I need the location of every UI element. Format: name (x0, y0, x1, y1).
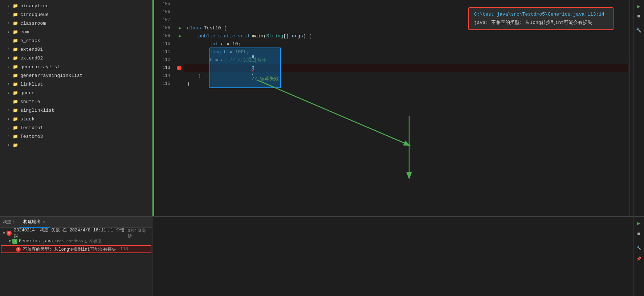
sidebar-item-shuffle[interactable]: › 📁 shuffle (0, 97, 152, 106)
indent-109 (187, 33, 198, 39)
code-line-113: a = b ; // 编译失败 (184, 64, 628, 72)
bottom-section: 构建： 构建输出 × ▼ ✕ 20240214: 构建 失败 在 2024/4/… (0, 216, 644, 296)
right-scrollbar[interactable] (628, 0, 633, 216)
error-gutter-113: ! (176, 64, 184, 72)
sidebar-item-label: generarraysinglinklist (20, 73, 83, 78)
sidebar-item-binarytree[interactable]: › 📁 binarytree (0, 1, 152, 10)
kw-public: public (198, 33, 218, 39)
gutter-empty-114 (176, 72, 184, 80)
sidebar-item-label: Testdmo3 (20, 134, 43, 139)
expand-arrow-icon: ▼ (3, 231, 5, 235)
gutter-empty-107 (176, 16, 184, 24)
chevron-right-icon: › (6, 107, 12, 113)
error-icon-build: ✕ (7, 231, 12, 236)
sidebar-item-e-stack[interactable]: › 📁 e_stack (0, 36, 152, 45)
bottom-action-bar: ▶ ■ 🔧 📌 (633, 217, 644, 296)
run-btn-109[interactable]: ▶ (176, 32, 184, 40)
sidebar-item-classroom[interactable]: › 📁 classroom (0, 19, 152, 28)
folder-icon: 📁 (12, 133, 18, 139)
sidebar-item-label: generarraylist (20, 64, 60, 70)
folder-icon: 📁 (12, 116, 18, 122)
stop-button[interactable]: ■ (634, 12, 644, 21)
error-count: 1 个错误 (85, 239, 101, 244)
build-error-detail[interactable]: ! 不兼容的类型: 从long转换到int可能会有损失 :113 (1, 245, 151, 253)
chevron-right-icon: › (6, 73, 12, 78)
sidebar-item-circuqueue[interactable]: › 📁 circuqueue (0, 10, 152, 19)
build-button[interactable]: 🔧 (634, 25, 644, 35)
sidebar-item-label: classroom (20, 21, 46, 26)
error-badge-113: ! (177, 66, 182, 70)
run-button[interactable]: ▶ (634, 1, 644, 11)
chevron-right-icon: › (6, 81, 12, 87)
code-line-109-wrapper: 新 * public static void main ( String [] … (184, 32, 628, 40)
line-num-107: 107 (154, 16, 173, 24)
bottom-pin-button[interactable]: 📌 (634, 254, 644, 263)
folder-icon: 📁 (12, 64, 18, 70)
error-icon-detail: ! (16, 247, 21, 252)
line-num-109: 109 (154, 32, 173, 40)
tab-build-output[interactable]: 构建输出 × (19, 217, 50, 228)
folder-icon: 📁 (12, 29, 18, 35)
folder-icon: 📁 (12, 81, 18, 87)
line-num-108: 108 (154, 24, 173, 32)
sidebar-item-testdmo3[interactable]: › 📁 Testdmo3 (0, 132, 152, 141)
sidebar-item-label: queue (20, 90, 34, 96)
sidebar-item-label: stack (20, 116, 34, 122)
annotation-panel: C:\test_java\src\Testdmo5\Generics.java:… (468, 7, 614, 30)
bottom-sidebar: 构建： 构建输出 × ▼ ✕ 20240214: 构建 失败 在 2024/4/… (0, 217, 152, 296)
chevron-right-icon: › (6, 46, 12, 52)
error-detail-text: 不兼容的类型: 从long转换到int可能会有损失 (23, 246, 116, 252)
sidebar-item-label: extend02 (20, 56, 43, 61)
folder-icon: 📁 (12, 142, 18, 148)
build-entry-main[interactable]: ▼ ✕ 20240214: 构建 失败 在 2024/4/8 16:11，1 个… (0, 229, 152, 237)
folder-icon: 📁 (12, 38, 18, 44)
brace-close-115: } (187, 81, 190, 87)
sidebar-item-com[interactable]: › 📁 com (0, 28, 152, 36)
sidebar-item-extend02[interactable]: › 📁 extend02 (0, 54, 152, 62)
bottom-run-button[interactable]: ▶ (634, 218, 644, 228)
sidebar-item-stack[interactable]: › 📁 stack (0, 115, 152, 123)
sidebar-item-testdmo1[interactable]: › 📁 Testdmo1 (0, 123, 152, 132)
class-name: Test10 { (204, 25, 227, 31)
chevron-right-icon: › (6, 99, 12, 104)
sidebar-item-extend01[interactable]: › 📁 extend01 (0, 45, 152, 54)
assign-113: = (252, 59, 260, 65)
java-file-icon: J (12, 239, 17, 244)
chevron-right-icon: › (6, 116, 12, 122)
run-btn-108[interactable]: ▶ (176, 24, 184, 32)
chevron-right-icon: › (6, 125, 12, 131)
annotation-error-line: java: 不兼容的类型: 从long转换到int可能会有损失 (474, 19, 608, 26)
chevron-right-icon: › (6, 142, 12, 148)
gutter-empty-115 (176, 80, 184, 88)
annotation-file-link[interactable]: C:\test_java\src\Testdmo5\Generics.java:… (474, 12, 604, 17)
run-icon-108[interactable]: ▶ (179, 25, 181, 31)
sidebar-item-linklist[interactable]: › 📁 linklist (0, 80, 152, 89)
chevron-right-icon: › (6, 12, 12, 17)
semi-110: ; (238, 41, 241, 47)
bottom-stop-button[interactable]: ■ (634, 229, 644, 239)
param-args: args (292, 33, 303, 39)
code-line-114: } (184, 72, 628, 80)
tree-list: › 📁 binarytree › 📁 circuqueue › 📁 classr… (0, 0, 152, 216)
folder-icon: 📁 (12, 99, 18, 104)
build-timestamp: 3秒442毫秒 (128, 228, 149, 239)
indent-113 (187, 65, 209, 71)
editor-main: 105 106 107 108 109 110 111 112 113 114 … (152, 0, 633, 216)
indent-114 (187, 73, 198, 79)
green-scroll-indicator (152, 0, 154, 216)
sidebar-item-queue[interactable]: › 📁 queue (0, 89, 152, 97)
code-content[interactable]: 新 * class Test10 { 新 * public static vo (184, 0, 628, 216)
tab-close-button[interactable]: × (43, 220, 45, 224)
sidebar-item-label: com (20, 29, 29, 35)
sidebar-item-singlinklist[interactable]: › 📁 singlinklist (0, 106, 152, 115)
folder-icon: 📁 (12, 20, 18, 26)
sidebar-item-partial[interactable]: › 📁 (0, 141, 152, 149)
sidebar-item-generarraylist[interactable]: › 📁 generarraylist (0, 62, 152, 71)
var-a-decl: a (221, 41, 224, 47)
run-icon-109[interactable]: ▶ (179, 33, 181, 39)
expand-arrow-file: ▼ (9, 239, 11, 243)
bottom-wrench-button[interactable]: 🔧 (634, 243, 644, 252)
sidebar-item-generarraysinglinklist[interactable]: › 📁 generarraysinglinklist (0, 71, 152, 80)
code-line-105 (184, 0, 628, 8)
folder-icon: 📁 (12, 90, 18, 96)
